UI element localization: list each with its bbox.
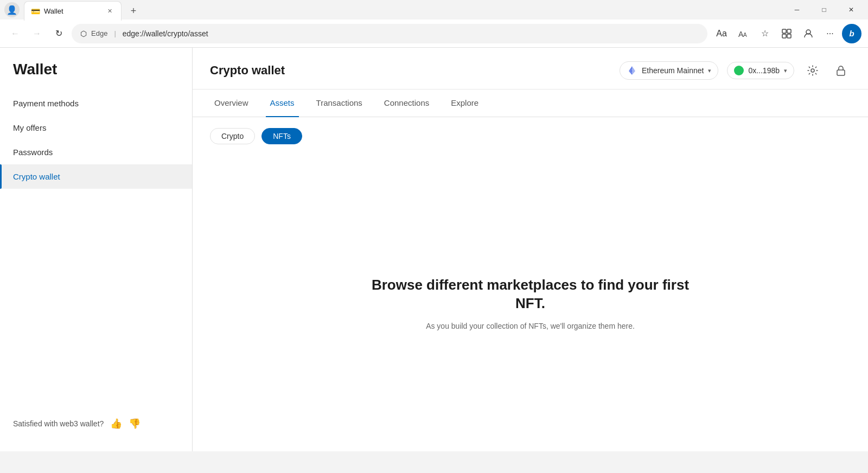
filter-crypto-button[interactable]: Crypto	[210, 128, 255, 144]
refresh-button[interactable]: ↻	[50, 25, 67, 42]
maximize-button[interactable]: □	[812, 0, 837, 20]
page-title: Crypto wallet	[210, 63, 285, 78]
read-aloud-icon[interactable]: Aa	[712, 24, 731, 43]
new-tab-button[interactable]: +	[124, 1, 143, 21]
account-avatar	[734, 66, 744, 75]
bing-chat-icon[interactable]: b	[842, 24, 861, 43]
sidebar-item-payment-methods[interactable]: Payment methods	[0, 91, 192, 116]
account-chevron: ▾	[784, 67, 787, 74]
account-address: 0x...198b	[748, 66, 780, 75]
sidebar-item-passwords[interactable]: Passwords	[0, 140, 192, 164]
tab-label: Wallet	[44, 7, 100, 15]
svg-point-13	[811, 69, 814, 72]
svg-rect-3	[787, 29, 791, 33]
content-tabs: Overview Assets Transactions Connections…	[193, 90, 868, 117]
tab-transactions[interactable]: Transactions	[312, 90, 367, 117]
sidebar-footer: Satisfied with web3 wallet? 👍 👎	[0, 409, 192, 438]
sidebar: Wallet Payment methods My offers Passwor…	[0, 48, 193, 451]
network-selector[interactable]: Ethereum Mainnet ▾	[620, 61, 718, 80]
main-header: Crypto wallet Ethereum Mainnet	[193, 48, 868, 90]
settings-button[interactable]	[803, 61, 822, 80]
svg-text:A: A	[743, 32, 747, 38]
svg-rect-14	[837, 70, 845, 75]
site-favicon: ⬡	[80, 29, 87, 38]
tab-bar: 💳 Wallet ✕ +	[24, 0, 780, 21]
header-actions: Ethereum Mainnet ▾ 0x...198b ▾	[620, 61, 851, 80]
more-tools-icon[interactable]: ···	[820, 24, 840, 43]
tab-connections[interactable]: Connections	[380, 90, 433, 117]
back-button[interactable]: ←	[7, 25, 24, 42]
toolbar-icons: Aa AA ☆ ··· b	[712, 24, 861, 43]
immersive-reader-icon[interactable]: AA	[733, 24, 753, 43]
title-bar: 👤 💳 Wallet ✕ + ─ □ ✕	[0, 0, 868, 20]
network-chevron: ▾	[708, 67, 711, 74]
sidebar-title: Wallet	[0, 61, 192, 91]
empty-state: Browse different marketplaces to find yo…	[193, 155, 868, 451]
browser-content: Wallet Payment methods My offers Passwor…	[0, 48, 868, 451]
feedback-text: Satisfied with web3 wallet?	[13, 419, 104, 428]
lock-button[interactable]	[831, 61, 851, 80]
window-controls: ─ □ ✕	[784, 0, 864, 20]
svg-rect-5	[787, 34, 791, 38]
tab-close-button[interactable]: ✕	[105, 7, 114, 16]
network-name: Ethereum Mainnet	[642, 66, 704, 75]
main-content: Crypto wallet Ethereum Mainnet	[193, 48, 868, 451]
profile-menu-icon[interactable]	[799, 24, 818, 43]
profile-icon[interactable]: 👤	[4, 2, 20, 17]
empty-state-subtitle: As you build your collection of NFTs, we…	[426, 322, 635, 330]
forward-button[interactable]: →	[28, 25, 46, 42]
tab-overview[interactable]: Overview	[210, 90, 253, 117]
svg-rect-4	[782, 34, 786, 38]
minimize-button[interactable]: ─	[784, 0, 809, 20]
sidebar-nav: Payment methods My offers Passwords Cryp…	[0, 91, 192, 189]
close-button[interactable]: ✕	[839, 0, 864, 20]
thumbdown-button[interactable]: 👎	[129, 418, 141, 430]
empty-state-title: Browse different marketplaces to find yo…	[368, 276, 693, 313]
tab-favicon: 💳	[31, 7, 40, 16]
collections-icon[interactable]	[777, 24, 796, 43]
account-selector[interactable]: 0x...198b ▾	[727, 62, 794, 79]
url-text: edge://wallet/crypto/asset	[123, 29, 699, 38]
sidebar-item-crypto-wallet[interactable]: Crypto wallet	[0, 164, 192, 189]
thumbup-button[interactable]: 👍	[110, 418, 122, 430]
tab-explore[interactable]: Explore	[446, 90, 483, 117]
ethereum-icon	[627, 65, 637, 76]
address-bar: ← → ↻ ⬡ Edge | edge://wallet/crypto/asse…	[0, 20, 868, 48]
wallet-tab[interactable]: 💳 Wallet ✕	[24, 1, 122, 21]
tab-assets[interactable]: Assets	[266, 90, 299, 117]
site-label: Edge	[91, 29, 107, 37]
filter-nfts-button[interactable]: NFTs	[261, 128, 302, 144]
sidebar-item-my-offers[interactable]: My offers	[0, 116, 192, 140]
address-input[interactable]: ⬡ Edge | edge://wallet/crypto/asset	[72, 24, 707, 43]
favorites-icon[interactable]: ☆	[755, 24, 775, 43]
svg-rect-2	[782, 29, 786, 33]
asset-filters: Crypto NFTs	[193, 117, 868, 155]
